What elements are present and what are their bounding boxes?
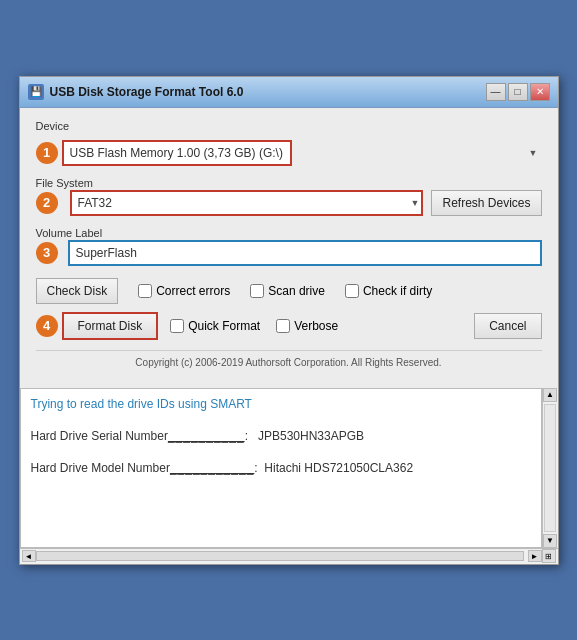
window-title: USB Disk Storage Format Tool 6.0 (50, 85, 244, 99)
maximize-button[interactable]: □ (508, 83, 528, 101)
verbose-checkbox[interactable]: Verbose (276, 319, 338, 333)
format-disk-row: 4 Format Disk Quick Format Verbose Cance… (36, 312, 542, 340)
scan-drive-label: Scan drive (268, 284, 325, 298)
window-controls: — □ ✕ (486, 83, 550, 101)
filesystem-label: File System (36, 177, 93, 189)
vertical-scrollbar[interactable]: ▲ ▼ (542, 388, 558, 548)
scroll-track[interactable] (544, 404, 556, 532)
quick-format-label: Quick Format (188, 319, 260, 333)
cancel-button[interactable]: Cancel (474, 313, 541, 339)
correct-errors-label: Correct errors (156, 284, 230, 298)
badge-2: 2 (36, 192, 58, 214)
volume-label-input[interactable] (68, 240, 542, 266)
log-output[interactable]: Trying to read the drive IDs using SMART… (20, 388, 542, 548)
device-label: Device (36, 120, 70, 132)
format-disk-button[interactable]: Format Disk (62, 312, 159, 340)
minimize-button[interactable]: — (486, 83, 506, 101)
check-disk-button[interactable]: Check Disk (36, 278, 119, 304)
volume-section: Volume Label 3 (36, 226, 542, 266)
log-line-3: Hard Drive Serial Number__________: JPB5… (31, 429, 531, 443)
title-bar: 💾 USB Disk Storage Format Tool 6.0 — □ ✕ (20, 77, 558, 108)
copyright-text: Copyright (c) 2006-2019 Authorsoft Corpo… (36, 350, 542, 376)
filesystem-select[interactable]: FAT32 (70, 190, 424, 216)
main-content: Device 1 USB Flash Memory 1.00 (3,73 GB)… (20, 108, 558, 388)
close-button[interactable]: ✕ (530, 83, 550, 101)
quick-format-checkbox[interactable]: Quick Format (170, 319, 260, 333)
scan-drive-checkbox[interactable]: Scan drive (250, 284, 325, 298)
scroll-corner: ⊞ (542, 549, 556, 563)
check-if-dirty-checkbox[interactable]: Check if dirty (345, 284, 432, 298)
h-scroll-track[interactable] (36, 551, 524, 561)
app-icon: 💾 (28, 84, 44, 100)
horizontal-scrollbar[interactable]: ◄ ► ⊞ (20, 548, 558, 564)
log-line-1: Trying to read the drive IDs using SMART (31, 397, 531, 411)
title-bar-left: 💾 USB Disk Storage Format Tool 6.0 (28, 84, 244, 100)
log-line-5: Hard Drive Model Number___________: Hita… (31, 461, 531, 475)
scroll-right-button[interactable]: ► (528, 550, 542, 562)
refresh-devices-button[interactable]: Refresh Devices (431, 190, 541, 216)
device-select[interactable]: USB Flash Memory 1.00 (3,73 GB) (G:\) (62, 140, 292, 166)
volume-label: Volume Label (36, 227, 103, 239)
check-disk-row: Check Disk Correct errors Scan drive Che… (36, 278, 542, 304)
correct-errors-checkbox[interactable]: Correct errors (138, 284, 230, 298)
log-section: Trying to read the drive IDs using SMART… (20, 388, 558, 564)
device-section: Device 1 USB Flash Memory 1.00 (3,73 GB)… (36, 120, 542, 166)
scroll-up-button[interactable]: ▲ (543, 388, 557, 402)
main-window: 💾 USB Disk Storage Format Tool 6.0 — □ ✕… (19, 76, 559, 565)
badge-1: 1 (36, 142, 58, 164)
badge-3: 3 (36, 242, 58, 264)
badge-4: 4 (36, 315, 58, 337)
check-if-dirty-label: Check if dirty (363, 284, 432, 298)
verbose-label: Verbose (294, 319, 338, 333)
scroll-left-button[interactable]: ◄ (22, 550, 36, 562)
scroll-down-button[interactable]: ▼ (543, 534, 557, 548)
filesystem-section: File System 2 FAT32 Refresh Devices (36, 176, 542, 216)
